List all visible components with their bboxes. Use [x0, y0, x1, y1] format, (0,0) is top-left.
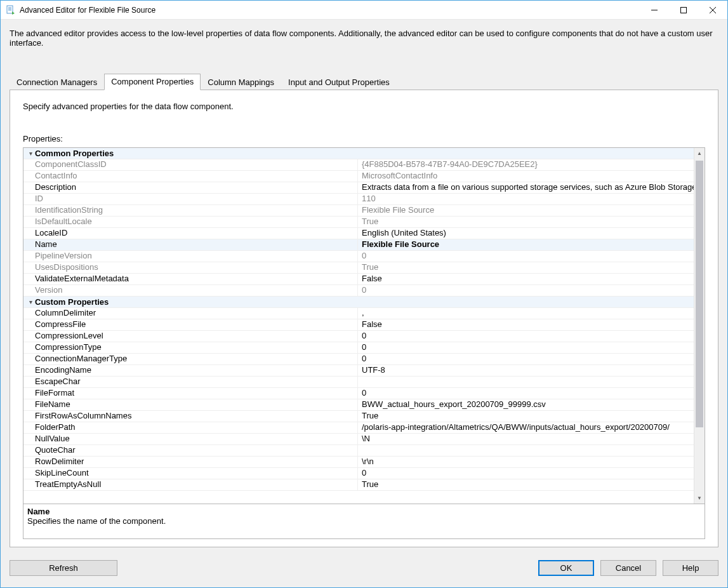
scroll-down-icon[interactable]: ▼: [694, 493, 705, 504]
chevron-down-icon: ▾: [26, 150, 35, 157]
property-row[interactable]: PipelineVersion0: [23, 251, 694, 262]
property-value[interactable]: 0: [358, 388, 694, 399]
property-name: CompressionLevel: [23, 331, 358, 342]
property-name: IdentificationString: [23, 205, 358, 216]
group-title: Custom Properties: [35, 297, 109, 307]
property-value[interactable]: English (United States): [358, 228, 694, 239]
property-row[interactable]: FolderPath/polaris-app-integration/Altam…: [23, 422, 694, 434]
scroll-up-icon[interactable]: ▲: [694, 148, 705, 159]
property-name: FileFormat: [23, 388, 358, 399]
scroll-thumb[interactable]: [696, 161, 703, 427]
property-name: ContactInfo: [23, 171, 358, 182]
property-name: ValidateExternalMetadata: [23, 274, 358, 284]
svg-rect-0: [7, 6, 13, 13]
property-row[interactable]: CompressionLevel0: [23, 331, 694, 342]
property-row[interactable]: Version0: [23, 285, 694, 297]
property-value[interactable]: 0: [358, 468, 694, 479]
property-row[interactable]: EscapeChar: [23, 377, 694, 388]
property-row[interactable]: EncodingNameUTF-8: [23, 365, 694, 377]
property-name: NullValue: [23, 434, 358, 444]
property-value[interactable]: Flexible File Source: [358, 239, 694, 250]
close-button[interactable]: [698, 1, 727, 20]
description-panel: Name Specifies the name of the component…: [23, 504, 705, 538]
property-row[interactable]: UsesDispositionsTrue: [23, 262, 694, 274]
property-row[interactable]: RowDelimiter\r\n: [23, 457, 694, 468]
help-button[interactable]: Help: [663, 560, 718, 576]
app-icon: [6, 5, 16, 15]
properties-label: Properties:: [23, 134, 705, 144]
refresh-button[interactable]: Refresh: [10, 560, 117, 576]
property-row[interactable]: LocaleIDEnglish (United States): [23, 228, 694, 239]
property-row[interactable]: NameFlexible File Source: [23, 239, 694, 251]
property-value: 0: [358, 251, 694, 262]
property-row[interactable]: IsDefaultLocaleTrue: [23, 217, 694, 228]
property-name: LocaleID: [23, 228, 358, 239]
property-value: True: [358, 262, 694, 273]
property-value[interactable]: 0: [358, 342, 694, 353]
description-title: Name: [27, 507, 701, 516]
property-row[interactable]: IdentificationStringFlexible File Source: [23, 205, 694, 217]
cancel-button[interactable]: Cancel: [600, 560, 656, 576]
property-name: CompressFile: [23, 319, 358, 330]
property-value: True: [358, 217, 694, 227]
svg-rect-5: [681, 7, 687, 13]
property-row[interactable]: ColumnDelimiter,: [23, 308, 694, 319]
group-header[interactable]: ▾Common Properties: [23, 148, 694, 159]
property-value[interactable]: \N: [358, 434, 694, 444]
property-value[interactable]: False: [358, 274, 694, 284]
property-value: {4F885D04-B578-47B7-94A0-DE9C7DA25EE2}: [358, 159, 694, 170]
tab-component-properties[interactable]: Component Properties: [104, 74, 201, 90]
property-value: Flexible File Source: [358, 205, 694, 216]
property-value: 110: [358, 194, 694, 204]
property-row[interactable]: ComponentClassID{4F885D04-B578-47B7-94A0…: [23, 159, 694, 171]
property-name: SkipLineCount: [23, 468, 358, 479]
property-value[interactable]: 0: [358, 354, 694, 364]
tab-input-output-properties[interactable]: Input and Output Properties: [281, 74, 397, 90]
property-row[interactable]: ContactInfoMicrosoftContactInfo: [23, 171, 694, 182]
property-row[interactable]: ConnectionManagerType0: [23, 354, 694, 365]
property-row[interactable]: TreatEmptyAsNullTrue: [23, 479, 694, 491]
property-value[interactable]: ,: [358, 308, 694, 319]
property-value[interactable]: \r\n: [358, 457, 694, 467]
property-row[interactable]: ID110: [23, 194, 694, 205]
group-header[interactable]: ▾Custom Properties: [23, 297, 694, 308]
property-value[interactable]: False: [358, 319, 694, 330]
property-row[interactable]: CompressionType0: [23, 342, 694, 354]
property-value[interactable]: True: [358, 479, 694, 490]
property-row[interactable]: NullValue\N: [23, 434, 694, 445]
property-row[interactable]: ValidateExternalMetadataFalse: [23, 274, 694, 285]
property-name: UsesDispositions: [23, 262, 358, 273]
property-value[interactable]: Extracts data from a file on various sup…: [358, 182, 694, 193]
property-value[interactable]: 0: [358, 331, 694, 342]
property-row[interactable]: QuoteChar: [23, 445, 694, 457]
property-value[interactable]: [358, 445, 694, 456]
property-name: Version: [23, 285, 358, 296]
property-name: ID: [23, 194, 358, 204]
ok-button[interactable]: OK: [538, 560, 594, 576]
property-value[interactable]: [358, 377, 694, 387]
property-value[interactable]: BWW_actual_hours_export_20200709_99999.c…: [358, 399, 694, 410]
property-name: EscapeChar: [23, 377, 358, 387]
property-name: TreatEmptyAsNull: [23, 479, 358, 490]
tab-connection-managers[interactable]: Connection Managers: [10, 74, 104, 90]
property-row[interactable]: SkipLineCount0: [23, 468, 694, 479]
property-row[interactable]: FirstRowAsColumnNamesTrue: [23, 411, 694, 422]
property-name: FirstRowAsColumnNames: [23, 411, 358, 422]
property-row[interactable]: FileFormat0: [23, 388, 694, 399]
property-row[interactable]: FileNameBWW_actual_hours_export_20200709…: [23, 399, 694, 411]
tabs: Connection Managers Component Properties…: [1, 54, 727, 90]
grid-body: ▾Common PropertiesComponentClassID{4F885…: [23, 148, 694, 504]
property-value[interactable]: UTF-8: [358, 365, 694, 376]
property-name: ConnectionManagerType: [23, 354, 358, 364]
property-name: ComponentClassID: [23, 159, 358, 170]
property-value[interactable]: True: [358, 411, 694, 422]
property-name: FolderPath: [23, 422, 358, 433]
property-value[interactable]: /polaris-app-integration/Altametrics/QA/…: [358, 422, 694, 433]
tab-panel: Specify advanced properties for the data…: [10, 90, 718, 547]
tab-column-mappings[interactable]: Column Mappings: [201, 74, 281, 90]
property-row[interactable]: CompressFileFalse: [23, 319, 694, 331]
vertical-scrollbar[interactable]: ▲ ▼: [694, 148, 705, 504]
property-row[interactable]: DescriptionExtracts data from a file on …: [23, 182, 694, 194]
minimize-button[interactable]: [640, 1, 669, 20]
maximize-button[interactable]: [669, 1, 698, 20]
